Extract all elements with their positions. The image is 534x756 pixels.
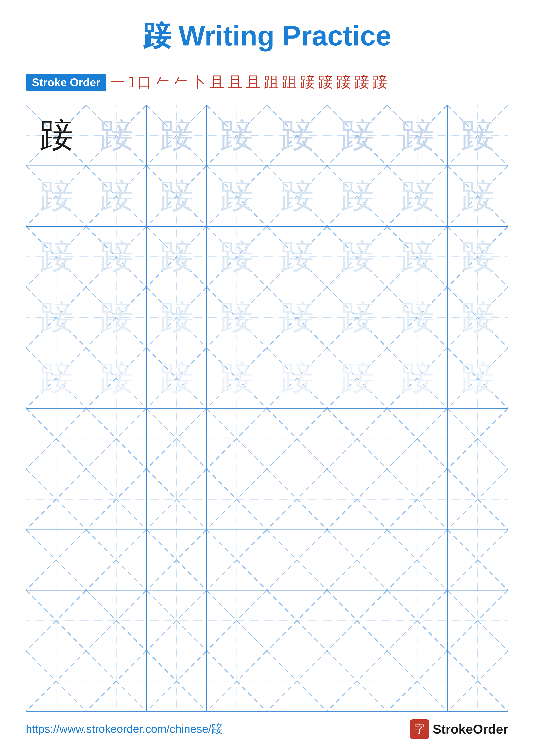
- practice-char: 踥: [39, 301, 73, 334]
- grid-cell[interactable]: [147, 590, 207, 651]
- grid-cell: 踥: [267, 348, 327, 408]
- svg-line-145: [26, 651, 86, 711]
- grid-cell[interactable]: [327, 409, 387, 469]
- svg-line-88: [267, 409, 327, 469]
- grid-cell[interactable]: [267, 530, 327, 590]
- grid-cell[interactable]: [26, 409, 87, 469]
- grid-cell[interactable]: [147, 651, 207, 711]
- grid-cell: 踥: [147, 105, 207, 166]
- grid-cell[interactable]: [387, 469, 447, 529]
- grid-cell[interactable]: [447, 469, 508, 529]
- grid-cell[interactable]: [147, 530, 207, 590]
- grid-cell[interactable]: [147, 409, 207, 469]
- grid-row-9: [26, 590, 508, 651]
- grid-cell[interactable]: [327, 651, 387, 711]
- grid-cell[interactable]: [267, 651, 327, 711]
- practice-char: 踥: [160, 301, 193, 334]
- grid-cell: 踥: [147, 166, 207, 226]
- svg-line-148: [147, 651, 206, 711]
- grid-cell[interactable]: [387, 590, 447, 651]
- grid-cell[interactable]: [447, 530, 508, 590]
- grid-cell: 踥: [447, 348, 508, 408]
- grid-cell[interactable]: [207, 590, 267, 651]
- grid-cell[interactable]: [447, 651, 508, 711]
- practice-char: 踥: [280, 179, 314, 213]
- grid-cell[interactable]: [267, 409, 327, 469]
- footer-url[interactable]: https://www.strokeorder.com/chinese/踥: [26, 721, 222, 737]
- grid-cell[interactable]: [26, 651, 87, 711]
- practice-char: 踥: [39, 240, 73, 274]
- grid-cell[interactable]: [447, 409, 508, 469]
- svg-line-158: [447, 651, 508, 711]
- stroke-order-section: Stroke Order ⼀ 𠃊 口 𠂉 𠂉 卜 且 且 且 跙 跙 踥 踥 踥…: [26, 72, 508, 92]
- grid-cell[interactable]: [267, 469, 327, 529]
- svg-line-95: [447, 409, 508, 469]
- grid-cell[interactable]: [327, 590, 387, 651]
- stroke-char: 口: [136, 72, 154, 92]
- grid-cell[interactable]: [26, 469, 87, 529]
- svg-line-140: [387, 590, 447, 651]
- grid-cell[interactable]: [26, 590, 87, 651]
- svg-line-81: [26, 409, 86, 469]
- grid-cell: 踥: [207, 348, 267, 408]
- stroke-char: 跙: [280, 72, 298, 92]
- grid-cell[interactable]: [207, 530, 267, 590]
- grid-cell[interactable]: [87, 409, 146, 469]
- grid-cell[interactable]: [327, 530, 387, 590]
- grid-cell[interactable]: [207, 469, 267, 529]
- grid-cell: 踥: [207, 105, 267, 166]
- grid-cell: 踥: [387, 166, 447, 226]
- grid-cell[interactable]: [147, 469, 207, 529]
- svg-line-135: [207, 590, 267, 651]
- grid-cell[interactable]: [207, 651, 267, 711]
- svg-line-98: [87, 469, 146, 529]
- grid-cell: 踥: [87, 227, 146, 287]
- grid-cell[interactable]: [387, 651, 447, 711]
- footer: https://www.strokeorder.com/chinese/踥 字 …: [26, 719, 508, 739]
- svg-line-119: [207, 530, 267, 590]
- svg-line-106: [327, 469, 387, 529]
- svg-line-86: [207, 409, 267, 469]
- grid-cell[interactable]: [87, 590, 146, 651]
- grid-cell[interactable]: [327, 469, 387, 529]
- grid-cell[interactable]: [87, 651, 146, 711]
- grid-cell[interactable]: [207, 409, 267, 469]
- practice-char: 踥: [220, 362, 253, 395]
- grid-cell[interactable]: [267, 590, 327, 651]
- practice-char: 踥: [220, 301, 253, 334]
- svg-line-89: [267, 409, 327, 469]
- grid-row-3: 踥 踥 踥 踥 踥 踥 踥: [26, 227, 508, 287]
- grid-cell: 踥: [447, 287, 508, 347]
- practice-char: 踥: [160, 240, 193, 274]
- grid-cell: 踥: [447, 105, 508, 166]
- grid-cell[interactable]: [387, 530, 447, 590]
- svg-line-114: [87, 530, 146, 590]
- svg-line-132: [147, 590, 206, 651]
- strokeorder-logo-icon: 字: [410, 719, 429, 739]
- grid-cell: 踥: [387, 227, 447, 287]
- grid-cell[interactable]: [447, 590, 508, 651]
- grid-cell: 踥: [147, 227, 207, 287]
- grid-row-8: [26, 530, 508, 590]
- practice-char: 踥: [100, 119, 133, 152]
- grid-cell[interactable]: [387, 409, 447, 469]
- svg-line-112: [26, 530, 86, 590]
- grid-cell: 踥: [327, 287, 387, 347]
- svg-line-102: [207, 469, 267, 529]
- practice-char: 踥: [461, 301, 495, 334]
- grid-cell[interactable]: [87, 530, 146, 590]
- svg-line-92: [387, 409, 447, 469]
- grid-cell: 踥: [327, 105, 387, 166]
- grid-cell[interactable]: [87, 469, 146, 529]
- grid-cell: 踥: [387, 287, 447, 347]
- practice-char: 踥: [100, 240, 133, 274]
- grid-cell[interactable]: [26, 530, 87, 590]
- stroke-char: 踥: [335, 72, 353, 92]
- svg-line-99: [87, 469, 146, 529]
- stroke-char: 且: [226, 72, 244, 92]
- svg-line-155: [327, 651, 387, 711]
- practice-char: 踥: [160, 362, 193, 395]
- practice-char: 踥: [280, 119, 314, 152]
- grid-cell: 踥: [26, 348, 87, 408]
- grid-cell: 踥: [26, 227, 87, 287]
